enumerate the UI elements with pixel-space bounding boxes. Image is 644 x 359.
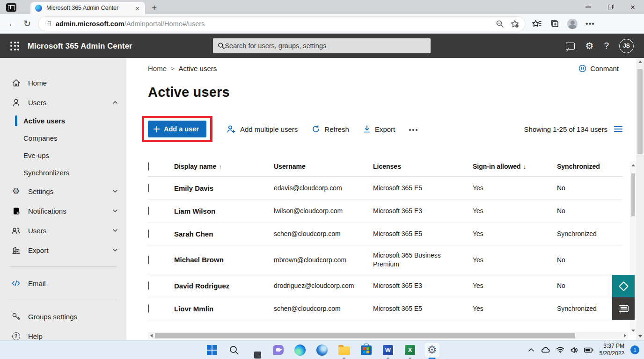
taskbar-search-button[interactable] [227, 343, 242, 358]
scroll-right-arrow[interactable] [622, 334, 628, 337]
row-checkbox[interactable] [148, 207, 149, 215]
account-avatar[interactable]: JS [619, 39, 634, 53]
refresh-button[interactable]: Refresh [312, 125, 349, 133]
sidebar-item-settings[interactable]: ⚙ Settings [0, 181, 126, 201]
reload-button[interactable]: ↻ [20, 18, 35, 29]
sidebar-item-email[interactable]: Email [0, 273, 126, 293]
export-button[interactable]: Export [363, 125, 395, 133]
blue-swirl-app-button[interactable] [315, 343, 329, 358]
back-button[interactable]: ← [5, 19, 20, 29]
user-display-name[interactable]: David Rodriguez [174, 282, 274, 290]
column-header-synchronized[interactable]: Synchronized [557, 163, 622, 170]
favorite-star-icon[interactable] [511, 20, 520, 28]
table-row[interactable]: Liovr Mmlin schen@cloudcorp.com Microsof… [148, 297, 622, 320]
chevron-up-icon[interactable] [112, 100, 118, 105]
inner-scrollbar-thumb[interactable] [631, 173, 635, 216]
row-checkbox[interactable] [148, 184, 149, 192]
battery-icon[interactable] [584, 347, 593, 353]
tab-actions-icon[interactable] [6, 3, 16, 12]
browser-scrollbar-thumb[interactable] [637, 69, 643, 154]
chevron-down-icon[interactable] [112, 228, 118, 233]
browser-vertical-scrollbar[interactable] [636, 58, 644, 340]
window-restore-button[interactable] [599, 0, 622, 14]
collections-icon[interactable] [548, 17, 562, 31]
horizontal-scrollbar[interactable] [148, 332, 628, 339]
sidebar-item-eve-ups[interactable]: Eve-ups [0, 147, 126, 164]
scroll-up-arrow[interactable] [638, 61, 642, 63]
more-actions-button[interactable] [409, 127, 417, 131]
nav-collapse-button[interactable] [0, 62, 126, 73]
table-row[interactable]: Michael Brown mbrown@cloudcorp.com Micro… [148, 245, 622, 274]
add-user-button[interactable]: Add a user [148, 121, 206, 137]
table-row[interactable]: Sarah Chen schen@cloudcorp.com Microsoft… [148, 223, 622, 245]
teams-chat-button[interactable] [271, 343, 285, 358]
sidebar-item-active-users[interactable]: Active users [0, 112, 126, 129]
window-close-button[interactable]: × [622, 0, 644, 14]
user-display-name[interactable]: Liovr Mmlin [174, 305, 274, 313]
user-display-name[interactable]: Liam Wilson [174, 207, 274, 215]
onedrive-cloud-icon[interactable] [541, 347, 550, 353]
row-checkbox[interactable] [148, 304, 149, 313]
wifi-icon[interactable] [556, 347, 564, 353]
browser-profile-avatar[interactable] [565, 17, 579, 31]
scroll-left-arrow[interactable] [148, 334, 154, 337]
view-filter-icon[interactable] [614, 126, 622, 132]
excel-button[interactable]: X [402, 343, 417, 358]
breadcrumb-home-link[interactable]: Home [148, 65, 167, 72]
chevron-down-icon[interactable] [112, 247, 118, 253]
settings-gear-icon[interactable]: ⚙ [585, 40, 593, 51]
sidebar-item-help[interactable]: ? Help [0, 326, 126, 340]
window-minimize-button[interactable] [577, 0, 599, 14]
sidebar-item-home[interactable]: Home [0, 73, 126, 93]
feedback-diamond-button[interactable] [612, 275, 635, 297]
row-checkbox[interactable] [148, 256, 149, 264]
sidebar-item-notifications[interactable]: $ Notifications [0, 201, 126, 221]
help-icon[interactable]: ? [604, 41, 609, 51]
scroll-down-arrow[interactable] [638, 335, 642, 337]
conmant-button[interactable]: Conmant [578, 65, 622, 72]
sidebar-item-synchronlizers[interactable]: Synchronlizers [0, 164, 126, 181]
sidebar-item-export[interactable]: Export [0, 240, 126, 260]
sidebar-item-users[interactable]: Users [0, 93, 126, 112]
start-button[interactable] [205, 343, 220, 358]
feedback-chat-button[interactable] [612, 297, 635, 320]
settings-app-button[interactable]: ⚙ [424, 343, 439, 358]
table-row[interactable]: Liam Wilson lwilson@cloudcorp.com Micros… [148, 200, 622, 223]
task-view-button[interactable] [249, 343, 263, 358]
sidebar-item-users-2[interactable]: Users [0, 221, 126, 240]
row-checkbox[interactable] [148, 281, 149, 290]
microsoft-store-button[interactable] [359, 343, 373, 358]
browser-tab[interactable]: Microsoft 365 Admin Center × [30, 2, 145, 14]
sidebar-item-companes[interactable]: Comɲanes [0, 129, 126, 147]
new-tab-button[interactable]: + [152, 3, 157, 12]
chevron-down-icon[interactable] [112, 208, 118, 214]
word-button[interactable]: W [381, 343, 395, 358]
clock[interactable]: 3:37 PM 5/20/2022 [600, 343, 624, 357]
browser-menu-icon[interactable]: ••• [583, 17, 597, 31]
add-multiple-users-button[interactable]: Add multiple users [227, 125, 298, 133]
global-search[interactable] [213, 38, 431, 53]
search-input[interactable] [225, 42, 426, 50]
horizontal-scrollbar-thumb[interactable] [155, 333, 575, 338]
zoom-out-icon[interactable] [496, 20, 504, 28]
favorites-bar-icon[interactable] [530, 17, 544, 31]
feedback-icon[interactable] [566, 43, 575, 50]
column-header-username[interactable]: Username [274, 163, 373, 170]
table-row[interactable]: Emily Davis edavis@cloudcorp.com Microso… [148, 177, 622, 200]
column-header-signin[interactable]: Sign-in allowed↓ [473, 163, 557, 170]
select-all-checkbox[interactable] [148, 162, 149, 171]
tab-close-icon[interactable]: × [133, 4, 141, 12]
table-row[interactable]: David Rodriguez drodriguez@cloudcorp.com… [148, 274, 622, 297]
speaker-icon[interactable] [571, 347, 578, 353]
file-explorer-button[interactable] [337, 343, 351, 358]
user-display-name[interactable]: Sarah Chen [174, 230, 274, 238]
scroll-up-arrow[interactable] [631, 164, 635, 166]
app-launcher-icon[interactable] [10, 42, 19, 50]
user-display-name[interactable]: Emily Davis [174, 184, 274, 192]
user-display-name[interactable]: Michael Brown [174, 256, 274, 264]
chevron-down-icon[interactable] [112, 188, 118, 194]
notification-badge[interactable]: 1 [630, 345, 639, 354]
column-header-display-name[interactable]: Display name↑ [174, 163, 274, 170]
scroll-down-arrow[interactable] [631, 330, 635, 332]
address-bar[interactable]: admin.microsoft.com /Adminportal/Home#/u… [38, 17, 525, 31]
